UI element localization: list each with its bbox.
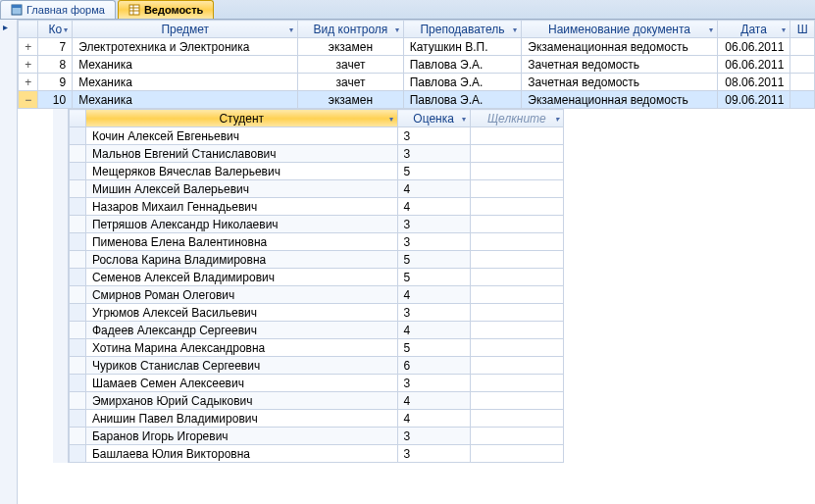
- col-subject[interactable]: Предмет▾: [73, 21, 298, 38]
- cell-click[interactable]: [470, 286, 563, 304]
- cell-subject[interactable]: Механика: [73, 56, 298, 74]
- sub-row[interactable]: Мещеряков Вячеслав Валерьевич5: [70, 163, 564, 180]
- sub-row[interactable]: Назаров Михаил Геннадьевич4: [70, 198, 564, 216]
- sub-row[interactable]: Семенов Алексей Владимирович5: [70, 269, 564, 286]
- cell-student[interactable]: Эмирханов Юрий Садыкович: [85, 392, 397, 410]
- cell-teacher[interactable]: Павлова Э.А.: [403, 56, 522, 74]
- cell-date[interactable]: 06.06.2011: [717, 38, 790, 56]
- cell-click[interactable]: [470, 322, 563, 339]
- cell-student[interactable]: Башлаева Юлия Викторовна: [85, 445, 397, 463]
- cell-teacher[interactable]: Катушкин В.П.: [403, 38, 522, 56]
- cell-grade[interactable]: 3: [397, 145, 470, 163]
- sub-row[interactable]: Кочин Алексей Евгеньевич3: [70, 127, 564, 145]
- cell-grade[interactable]: 5: [397, 269, 470, 286]
- cell-click[interactable]: [470, 180, 563, 198]
- chevron-down-icon[interactable]: ▾: [389, 114, 393, 123]
- cell-student[interactable]: Мишин Алексей Валерьевич: [85, 180, 397, 198]
- cell-student[interactable]: Фадеев Александр Сергеевич: [85, 322, 397, 339]
- cell-date[interactable]: 06.06.2011: [717, 56, 790, 74]
- sub-row-selector[interactable]: [70, 304, 86, 322]
- sub-row-selector[interactable]: [70, 251, 86, 269]
- sub-row-selector[interactable]: [70, 163, 86, 180]
- cell-click[interactable]: [470, 216, 563, 233]
- chevron-down-icon[interactable]: ▾: [64, 25, 68, 33]
- cell-control[interactable]: экзамен: [298, 91, 403, 109]
- cell-click[interactable]: [470, 445, 563, 463]
- cell-control[interactable]: зачет: [298, 74, 403, 91]
- main-row[interactable]: +9МеханиказачетПавлова Э.А.Зачетная ведо…: [19, 74, 815, 91]
- chevron-down-icon[interactable]: ▾: [513, 25, 517, 33]
- sub-row[interactable]: Анишин Павел Владимирович4: [70, 410, 564, 428]
- cell-student[interactable]: Шамаев Семен Алексеевич: [85, 375, 397, 392]
- cell-date[interactable]: 08.06.2011: [717, 74, 790, 91]
- col-control[interactable]: Вид контроля▾: [298, 21, 403, 38]
- cell-click[interactable]: [470, 410, 563, 428]
- chevron-down-icon[interactable]: ▾: [289, 25, 293, 33]
- cell-grade[interactable]: 3: [397, 445, 470, 463]
- cell-click[interactable]: [470, 127, 563, 145]
- cell-click[interactable]: [470, 392, 563, 410]
- main-row[interactable]: −10МеханикаэкзаменПавлова Э.А.Экзаменаци…: [19, 91, 815, 109]
- sub-row[interactable]: Фадеев Александр Сергеевич4: [70, 322, 564, 339]
- sub-row-selector[interactable]: [70, 286, 86, 304]
- sub-row-selector[interactable]: [70, 428, 86, 445]
- col-code[interactable]: Ко▾: [38, 21, 73, 38]
- cell-grade[interactable]: 4: [397, 180, 470, 198]
- cell-date[interactable]: 09.06.2011: [717, 91, 790, 109]
- cell-docname[interactable]: Экзаменационная ведомость: [522, 38, 717, 56]
- sub-col-click[interactable]: Щелкните▾: [470, 110, 563, 127]
- sub-row[interactable]: Мишин Алексей Валерьевич4: [70, 180, 564, 198]
- cell-control[interactable]: зачет: [298, 56, 403, 74]
- sub-grid[interactable]: Студент▾ Оценка▾ Щелкните▾ Кочин Алексей…: [69, 109, 564, 463]
- cell-grade[interactable]: 5: [397, 339, 470, 357]
- cell-student[interactable]: Чуриков Станислав Сергеевич: [85, 357, 397, 375]
- cell-student[interactable]: Кочин Алексей Евгеньевич: [85, 127, 397, 145]
- col-teacher[interactable]: Преподаватель▾: [403, 21, 522, 38]
- expander-icon[interactable]: +: [19, 56, 38, 74]
- cell-student[interactable]: Рослова Карина Владимировна: [85, 251, 397, 269]
- cell-click[interactable]: [470, 375, 563, 392]
- cell-student[interactable]: Семенов Алексей Владимирович: [85, 269, 397, 286]
- sub-row-selector[interactable]: [70, 127, 86, 145]
- col-date[interactable]: Дата▾: [717, 21, 790, 38]
- cell-click[interactable]: [470, 251, 563, 269]
- sub-row-selector[interactable]: [70, 445, 86, 463]
- sub-row-selector[interactable]: [70, 322, 86, 339]
- cell-docname[interactable]: Экзаменационная ведомость: [522, 91, 717, 109]
- cell-grade[interactable]: 5: [397, 163, 470, 180]
- cell-code[interactable]: 10: [38, 91, 73, 109]
- cell-grade[interactable]: 3: [397, 233, 470, 251]
- cell-click[interactable]: [470, 198, 563, 216]
- sub-row-selector[interactable]: [70, 339, 86, 357]
- col-docname[interactable]: Наименование документа▾: [522, 21, 717, 38]
- sub-row-selector[interactable]: [70, 180, 86, 198]
- cell-teacher[interactable]: Павлова Э.А.: [403, 91, 522, 109]
- sub-row-selector[interactable]: [70, 269, 86, 286]
- sub-col-selector[interactable]: [70, 110, 86, 127]
- cell-click[interactable]: [470, 428, 563, 445]
- sub-row[interactable]: Петряшов Александр Николаевич3: [70, 216, 564, 233]
- cell-student[interactable]: Петряшов Александр Николаевич: [85, 216, 397, 233]
- cell-grade[interactable]: 3: [397, 304, 470, 322]
- sub-row[interactable]: Баранов Игорь Игоревич3: [70, 428, 564, 445]
- expander-icon[interactable]: +: [19, 74, 38, 91]
- cell-click[interactable]: [470, 269, 563, 286]
- cell-grade[interactable]: 3: [397, 216, 470, 233]
- cell-student[interactable]: Мещеряков Вячеслав Валерьевич: [85, 163, 397, 180]
- main-row[interactable]: +7Электротехника и ЭлектроникаэкзаменКат…: [19, 38, 815, 56]
- cell-student[interactable]: Назаров Михаил Геннадьевич: [85, 198, 397, 216]
- cell-click[interactable]: [470, 339, 563, 357]
- cell-student[interactable]: Хотина Марина Александровна: [85, 339, 397, 357]
- col-extra[interactable]: Ш: [790, 21, 815, 38]
- cell-subject[interactable]: Электротехника и Электроника: [73, 38, 298, 56]
- sub-row-selector[interactable]: [70, 198, 86, 216]
- cell-control[interactable]: экзамен: [298, 38, 403, 56]
- sub-row-selector[interactable]: [70, 233, 86, 251]
- cell-grade[interactable]: 4: [397, 322, 470, 339]
- main-grid[interactable]: Ко▾ Предмет▾ Вид контроля▾ Преподаватель…: [18, 20, 815, 109]
- sub-row-selector[interactable]: [70, 410, 86, 428]
- cell-grade[interactable]: 4: [397, 410, 470, 428]
- cell-grade[interactable]: 6: [397, 357, 470, 375]
- cell-click[interactable]: [470, 304, 563, 322]
- cell-extra[interactable]: [790, 74, 815, 91]
